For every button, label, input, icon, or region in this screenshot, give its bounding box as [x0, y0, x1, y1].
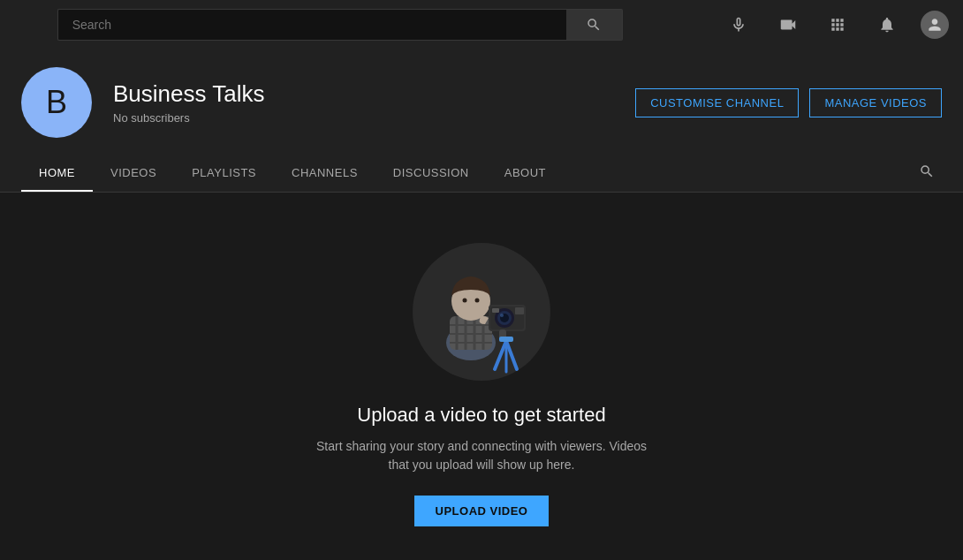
camera-icon — [778, 15, 798, 34]
svg-rect-19 — [515, 307, 524, 314]
tab-search-button[interactable] — [912, 156, 942, 191]
channel-avatar: B — [21, 67, 92, 138]
tab-playlists[interactable]: PLAYLISTS — [174, 155, 274, 192]
empty-state-illustration — [411, 241, 552, 382]
tab-about[interactable]: ABOUT — [487, 155, 564, 192]
manage-videos-button[interactable]: MANAGE VIDEOS — [809, 88, 942, 117]
channel-details: Business Talks No subscribers — [113, 80, 614, 125]
svg-rect-20 — [492, 308, 499, 313]
channel-header: B Business Talks No subscribers CUSTOMIS… — [0, 49, 963, 193]
top-navigation — [0, 0, 963, 49]
channel-info: B Business Talks No subscribers CUSTOMIS… — [21, 67, 942, 155]
person-icon — [926, 16, 944, 34]
nav-icons-group — [723, 9, 949, 41]
mic-button[interactable] — [723, 9, 754, 41]
channel-name: Business Talks — [113, 80, 614, 108]
svg-point-12 — [475, 299, 480, 303]
search-icon — [586, 17, 602, 33]
bell-icon — [878, 16, 896, 34]
tab-discussion[interactable]: DISCUSSION — [375, 155, 487, 192]
upload-video-button[interactable]: UPLOAD VIDEO — [414, 496, 550, 526]
tab-channels[interactable]: CHANNELS — [274, 155, 375, 192]
main-content: Upload a video to get started Start shar… — [0, 193, 963, 560]
tab-home[interactable]: HOME — [21, 155, 93, 192]
svg-point-18 — [500, 314, 504, 317]
svg-rect-25 — [499, 337, 513, 342]
user-avatar-button[interactable] — [921, 11, 949, 39]
empty-state-description: Start sharing your story and connecting … — [305, 437, 658, 474]
search-input[interactable] — [57, 9, 566, 41]
apps-icon — [829, 16, 846, 34]
search-button[interactable] — [566, 9, 623, 41]
upload-button[interactable] — [772, 9, 804, 41]
apps-button[interactable] — [822, 9, 853, 41]
tab-videos[interactable]: VIDEOS — [93, 155, 174, 192]
customise-channel-button[interactable]: CUSTOMISE CHANNEL — [635, 88, 799, 117]
search-form — [57, 9, 623, 41]
channel-subscribers: No subscribers — [113, 111, 614, 125]
svg-point-11 — [463, 299, 467, 303]
channel-actions: CUSTOMISE CHANNEL MANAGE VIDEOS — [635, 88, 942, 117]
empty-state-title: Upload a video to get started — [357, 404, 605, 427]
notifications-button[interactable] — [871, 9, 903, 41]
mic-icon — [730, 16, 747, 34]
search-tab-icon — [919, 163, 935, 179]
channel-tabs: HOME VIDEOS PLAYLISTS CHANNELS DISCUSSIO… — [21, 155, 942, 192]
